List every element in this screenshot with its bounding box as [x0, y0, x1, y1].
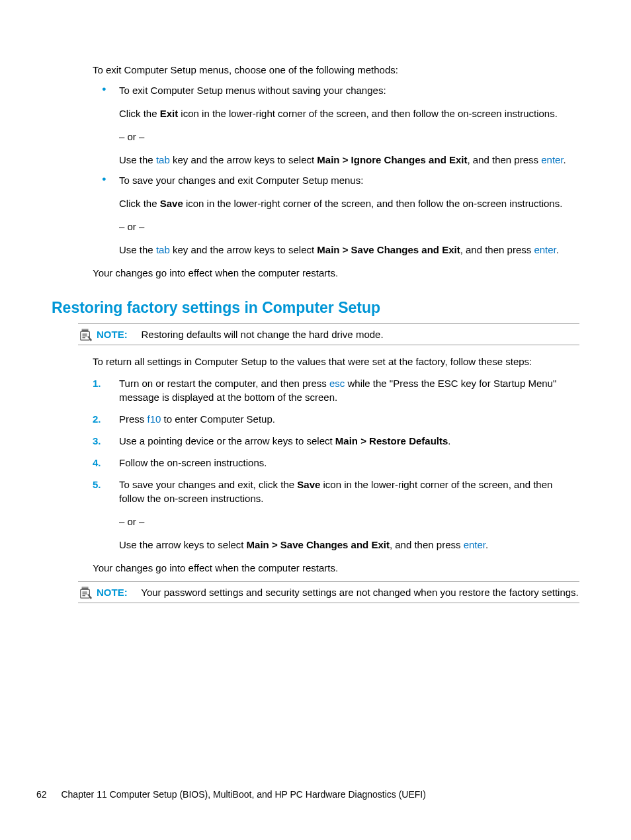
or-separator: – or –: [119, 220, 579, 233]
page-footer: 62 Chapter 11 Computer Setup (BIOS), Mul…: [36, 788, 426, 802]
bullet-click: Click the Exit icon in the lower-right c…: [119, 106, 579, 120]
note-text: Restoring defaults will not change the h…: [142, 329, 384, 340]
step-item: 1. Turn on or restart the computer, and …: [93, 376, 579, 404]
step-item: 3. Use a pointing device or the arrow ke…: [93, 434, 579, 448]
note-label: NOTE:: [97, 329, 128, 340]
note-block: NOTE: Restoring defaults will not change…: [78, 323, 579, 345]
exit-methods-list: To exit Computer Setup menus without sav…: [93, 83, 579, 257]
intro2-paragraph: To return all settings in Computer Setup…: [93, 355, 579, 368]
section-heading: Restoring factory settings in Computer S…: [52, 297, 579, 318]
bullet-lead: To exit Computer Setup menus without sav…: [119, 83, 579, 97]
list-item: To save your changes and exit Computer S…: [93, 173, 579, 257]
step-item: 4. Follow the on-screen instructions.: [93, 456, 579, 470]
enter-key: enter: [534, 244, 556, 255]
step-number: 2.: [93, 412, 101, 426]
note-icon: [78, 586, 93, 599]
note-text: Your password settings and security sett…: [141, 587, 579, 598]
list-item: To exit Computer Setup menus without sav…: [93, 83, 579, 167]
step-number: 1.: [93, 376, 101, 390]
step-number: 4.: [93, 456, 101, 470]
or-separator: – or –: [119, 130, 579, 144]
enter-key: enter: [464, 539, 485, 550]
step-number: 5.: [93, 478, 101, 491]
bullet-use: Use the tab key and the arrow keys to se…: [119, 243, 579, 257]
page-number: 62: [36, 788, 47, 802]
tab-key: tab: [156, 154, 170, 165]
effect-paragraph: Your changes go into effect when the com…: [93, 561, 579, 575]
enter-key: enter: [541, 154, 563, 165]
bullet-use: Use the tab key and the arrow keys to se…: [119, 153, 579, 167]
note-block: NOTE: Your password settings and securit…: [78, 581, 579, 603]
step-number: 3.: [93, 434, 101, 448]
or-separator: – or –: [119, 515, 579, 528]
esc-key: esc: [329, 378, 345, 389]
bullet-lead: To save your changes and exit Computer S…: [119, 173, 579, 187]
steps-list: 1. Turn on or restart the computer, and …: [93, 376, 579, 552]
step-alt: Use the arrow keys to select Main > Save…: [119, 538, 579, 552]
chapter-title: Chapter 11 Computer Setup (BIOS), MultiB…: [61, 789, 425, 800]
effect-paragraph: Your changes go into effect when the com…: [93, 266, 579, 280]
step-item: 5. To save your changes and exit, click …: [93, 478, 579, 552]
bullet-click: Click the Save icon in the lower-right c…: [119, 196, 579, 210]
tab-key: tab: [156, 244, 170, 255]
step-item: 2. Press f10 to enter Computer Setup.: [93, 412, 579, 426]
note-label: NOTE:: [97, 587, 128, 598]
note-icon: [78, 328, 93, 341]
intro-paragraph: To exit Computer Setup menus, choose one…: [93, 63, 579, 77]
f10-key: f10: [147, 413, 161, 425]
